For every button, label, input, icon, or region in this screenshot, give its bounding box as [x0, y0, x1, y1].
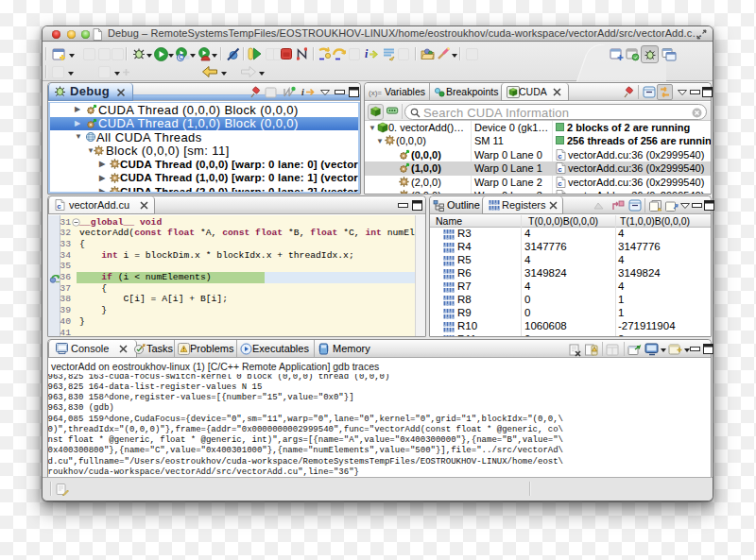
svg-text:c: c [57, 202, 61, 211]
svg-text:i: i [301, 87, 304, 97]
svg-text:i: i [365, 47, 369, 60]
svg-text:c: c [558, 193, 562, 194]
svg-text:C: C [179, 54, 183, 60]
svg-text:c: c [558, 152, 562, 161]
svg-text:c: c [558, 179, 562, 188]
svg-text:c: c [558, 165, 562, 174]
svg-text:(x)=: (x)= [369, 89, 382, 97]
